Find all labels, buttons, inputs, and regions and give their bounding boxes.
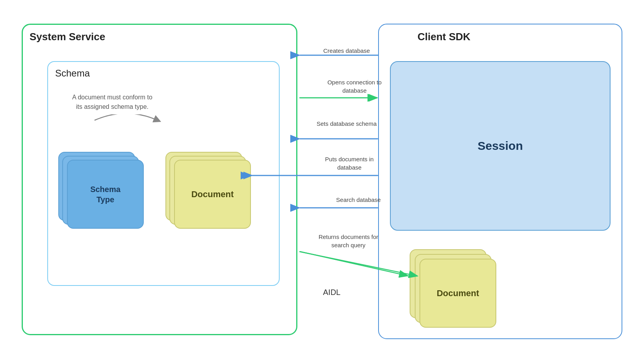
schema-type-label: SchemaType bbox=[90, 184, 121, 205]
arrow-label-search-db: Search database bbox=[323, 196, 394, 204]
schema-label: Schema bbox=[55, 68, 90, 79]
arrow-label-sets-schema: Sets database schema bbox=[305, 119, 388, 128]
document-label-right: Document bbox=[437, 288, 479, 299]
arrow-label-opens-connection: Opens connection todatabase bbox=[311, 78, 398, 95]
document2-card-front: Document bbox=[419, 259, 496, 328]
aidl-label: AIDL bbox=[323, 288, 340, 297]
document-label-left: Document bbox=[191, 189, 234, 200]
diagram-container: System Service Schema A document must co… bbox=[0, 0, 644, 362]
schema-type-card-front: SchemaType bbox=[67, 160, 144, 229]
schema-description: A document must conform to its assigned … bbox=[69, 93, 156, 112]
session-label: Session bbox=[477, 139, 523, 153]
arrow-label-returns-docs: Returns documents forsearch query bbox=[306, 233, 391, 249]
arrow-label-creates-db: Creates database bbox=[307, 47, 386, 55]
session-card: Session bbox=[390, 61, 611, 231]
system-service-label: System Service bbox=[30, 31, 105, 43]
client-sdk-label: Client SDK bbox=[418, 31, 470, 43]
arrow-label-puts-docs: Puts documents indatabase bbox=[308, 155, 391, 172]
document-card-front: Document bbox=[174, 160, 251, 229]
